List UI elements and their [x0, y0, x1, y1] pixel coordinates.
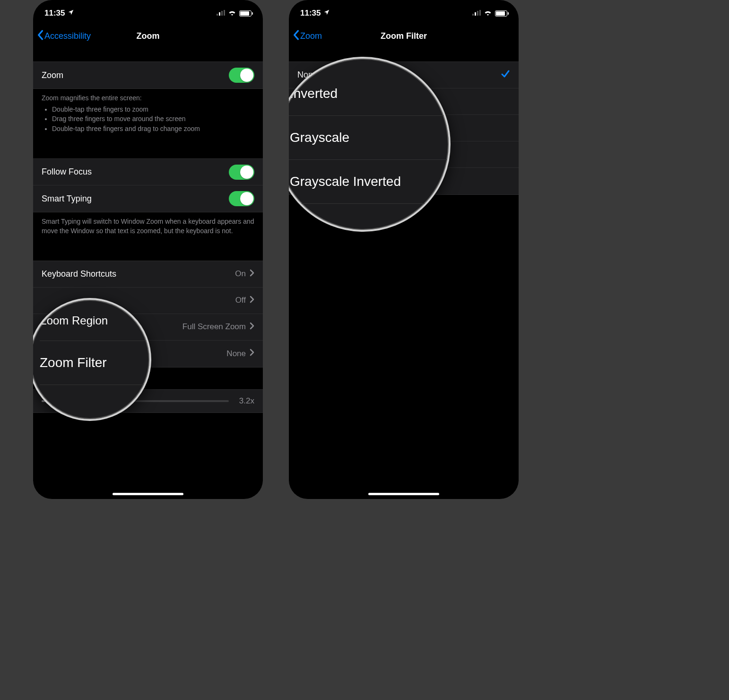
chevron-right-icon: [250, 349, 254, 359]
svg-rect-3: [224, 10, 225, 16]
zoom-toggle-group: Zoom: [33, 61, 263, 89]
battery-icon: [239, 10, 252, 17]
chevron-right-icon: [250, 322, 254, 332]
svg-rect-7: [479, 10, 481, 16]
phone-right-zoom-filter: 11:35 Zoom Zoom Filter None: [289, 0, 519, 499]
zoom-toggle[interactable]: [229, 68, 254, 83]
smart-typing-toggle[interactable]: [229, 191, 254, 206]
zoom-toggle-label: Zoom: [42, 70, 63, 80]
zoom-help-bullet: Drag three fingers to move around the sc…: [52, 114, 254, 124]
zoom-slider-value: 3.2x: [235, 396, 254, 406]
status-bar: 11:35: [33, 0, 263, 24]
mag-zoom-region: Zoom Region: [40, 311, 149, 341]
chevron-right-icon: [250, 269, 254, 279]
location-icon: [323, 9, 330, 18]
back-label: Zoom: [300, 31, 322, 41]
back-button[interactable]: Zoom: [293, 30, 322, 43]
zoom-help-bullet: Double-tap three fingers and drag to cha…: [52, 124, 254, 134]
mag-grayscale: Grayscale: [289, 116, 449, 160]
zoom-help-bullet: Double-tap three fingers to zoom: [52, 105, 254, 114]
status-time: 11:35: [300, 9, 321, 18]
focus-group: Follow Focus Smart Typing: [33, 158, 263, 212]
zoom-help-title: Zoom magnifies the entire screen:: [42, 94, 254, 103]
wifi-icon: [484, 9, 492, 18]
zoom-toggle-row[interactable]: Zoom: [33, 62, 263, 88]
back-label: Accessibility: [44, 31, 91, 41]
page-title: Zoom: [137, 31, 160, 41]
chevron-left-icon: [293, 30, 299, 43]
nav-bar: Accessibility Zoom: [33, 24, 263, 48]
zoom-help-text: Zoom magnifies the entire screen: Double…: [33, 89, 263, 142]
smart-typing-row[interactable]: Smart Typing: [33, 185, 263, 212]
mag-zoom-filter: Zoom Filter: [40, 341, 149, 385]
chevron-left-icon: [37, 30, 43, 43]
home-indicator[interactable]: [113, 493, 183, 495]
phone-left-zoom-settings: 11:35 Accessibility Zoom Zoom: [33, 0, 263, 499]
checkmark-icon: [501, 70, 510, 80]
keyboard-shortcuts-label: Keyboard Shortcuts: [42, 269, 116, 279]
status-bar: 11:35: [289, 0, 519, 24]
location-icon: [68, 9, 74, 18]
cellular-icon: [217, 9, 225, 18]
follow-focus-label: Follow Focus: [42, 167, 92, 177]
status-time: 11:35: [44, 9, 65, 18]
wifi-icon: [228, 9, 236, 18]
smart-typing-help: Smart Typing will switch to Window Zoom …: [33, 212, 263, 244]
zoom-controller-value: Off: [235, 296, 246, 305]
zoom-filter-value: None: [226, 349, 246, 359]
svg-rect-5: [475, 12, 476, 16]
svg-rect-1: [219, 12, 220, 16]
keyboard-shortcuts-value: On: [235, 269, 246, 279]
zoom-region-value: Full Screen Zoom: [182, 322, 246, 332]
svg-rect-4: [472, 14, 474, 16]
magnifier-callout-left: Zoom Region Zoom Filter: [33, 298, 151, 421]
back-button[interactable]: Accessibility: [37, 30, 91, 43]
keyboard-shortcuts-row[interactable]: Keyboard Shortcuts On: [33, 261, 263, 288]
page-title: Zoom Filter: [381, 31, 427, 41]
svg-rect-6: [477, 11, 478, 16]
smart-typing-label: Smart Typing: [42, 194, 92, 204]
home-indicator[interactable]: [368, 493, 439, 495]
nav-bar: Zoom Zoom Filter: [289, 24, 519, 48]
svg-rect-2: [221, 11, 223, 16]
mag-grayscale-inverted: Grayscale Inverted: [289, 160, 449, 204]
svg-rect-0: [217, 14, 218, 16]
cellular-icon: [472, 9, 481, 18]
chevron-right-icon: [250, 296, 254, 306]
battery-icon: [495, 10, 507, 17]
follow-focus-row[interactable]: Follow Focus: [33, 159, 263, 185]
follow-focus-toggle[interactable]: [229, 165, 254, 180]
